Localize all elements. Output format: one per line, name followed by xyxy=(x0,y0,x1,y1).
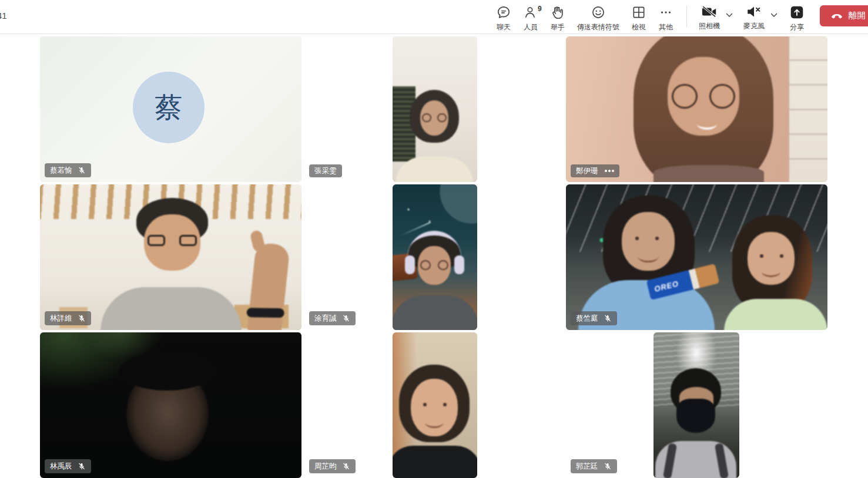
participant-video xyxy=(566,36,827,182)
scene-shape xyxy=(420,100,448,136)
participant-name-pill: 張采雯 xyxy=(309,164,342,178)
participant-tile[interactable]: 林詳維 xyxy=(40,184,301,330)
scene-shape xyxy=(144,214,200,271)
mic-muted-icon xyxy=(342,462,350,470)
leave-label: 離開 xyxy=(849,10,866,21)
raise-hand-label: 舉手 xyxy=(551,22,565,32)
participant-video xyxy=(40,184,301,330)
mic-muted-icon xyxy=(78,166,86,174)
participant-video xyxy=(653,332,739,478)
scene-shape xyxy=(396,157,473,182)
participant-name: 郭芷廷 xyxy=(576,463,598,470)
video-scene xyxy=(40,332,301,478)
participant-tile[interactable]: 周芷昀 xyxy=(304,332,566,478)
participant-video xyxy=(393,184,477,330)
more-dots-icon xyxy=(658,5,673,20)
avatar-backdrop: 蔡 xyxy=(40,36,301,182)
participant-name: 林詳維 xyxy=(50,315,72,322)
mic-muted-icon xyxy=(604,314,612,322)
participant-tile[interactable]: OREO 蔡竺庭 xyxy=(566,184,827,330)
send-emoji-button[interactable]: 傳送表情符號 xyxy=(571,0,625,33)
video-scene: OREO xyxy=(566,184,827,330)
participant-video: OREO xyxy=(566,184,827,330)
view-button[interactable]: 檢視 xyxy=(625,0,652,33)
participant-tile[interactable]: 涂育誠 xyxy=(304,184,566,330)
thumbs-up-shape xyxy=(247,242,290,330)
audio-muted-icon xyxy=(746,5,762,19)
participant-name: 林禹辰 xyxy=(50,463,72,470)
video-scene xyxy=(393,36,477,182)
video-scene xyxy=(653,332,739,478)
participant-count-badge: 9 xyxy=(538,5,542,13)
mic-muted-icon xyxy=(342,314,350,322)
share-screen-icon xyxy=(789,5,805,20)
mic-options-chevron[interactable] xyxy=(765,5,781,19)
participant-tile[interactable]: 鄭伊珊 xyxy=(566,36,827,182)
camera-button[interactable]: 照相機 xyxy=(699,5,720,31)
participant-name-pill: 蔡若愉 xyxy=(45,163,91,177)
participant-name-pill: 蔡竺庭 xyxy=(571,311,617,325)
people-icon xyxy=(523,5,538,20)
participant-name: 蔡竺庭 xyxy=(576,315,598,322)
meeting-topbar: 41 聊天 9 人員 舉手 xyxy=(0,0,868,34)
view-label: 檢視 xyxy=(632,22,646,32)
more-button[interactable]: 其他 xyxy=(652,0,679,33)
emoji-smiley-icon xyxy=(591,5,606,20)
participant-video xyxy=(393,36,477,182)
avatar: 蔡 xyxy=(133,72,205,143)
people-label: 人員 xyxy=(524,22,538,32)
scene-shape xyxy=(393,446,477,478)
participant-tile[interactable]: 蔡 蔡若愉 xyxy=(40,36,301,182)
chat-icon xyxy=(496,5,511,20)
video-scene xyxy=(393,184,477,330)
face-mask-shape xyxy=(676,399,715,433)
avatar-initial: 蔡 xyxy=(155,89,183,126)
people-button[interactable]: 9 人員 xyxy=(517,0,544,33)
participant-name-pill: 郭芷廷 xyxy=(571,459,617,473)
share-label: 分享 xyxy=(790,22,804,32)
camera-label: 照相機 xyxy=(699,21,720,31)
scene-shape xyxy=(119,352,215,391)
video-scene xyxy=(566,36,827,182)
scene-shape xyxy=(622,212,675,271)
participant-name-pill: 林禹辰 xyxy=(45,459,91,473)
camera-options-chevron[interactable] xyxy=(720,5,736,19)
scene-shape xyxy=(100,287,242,330)
meeting-toolbar: 聊天 9 人員 舉手 xyxy=(490,0,868,33)
participant-video xyxy=(40,332,301,478)
mic-label: 麥克風 xyxy=(743,21,765,31)
meeting-timer: 41 xyxy=(0,11,7,21)
toolbar-divider xyxy=(686,5,687,28)
scene-shape xyxy=(748,232,795,285)
video-scene xyxy=(40,184,301,330)
video-scene xyxy=(393,332,477,478)
participant-name: 鄭伊珊 xyxy=(576,167,598,175)
more-options-icon[interactable] xyxy=(605,170,607,172)
share-button[interactable]: 分享 xyxy=(783,0,810,33)
scene-shape xyxy=(724,299,827,330)
scene-shape xyxy=(697,118,717,130)
mic-control: 麥克風 xyxy=(739,0,783,33)
participant-video: 蔡 xyxy=(40,36,301,182)
participant-tile[interactable]: 張采雯 xyxy=(304,36,566,182)
scene-shape xyxy=(411,379,458,436)
participant-video xyxy=(393,332,477,478)
scene-shape xyxy=(653,165,764,182)
more-label: 其他 xyxy=(659,22,673,32)
mic-button[interactable]: 麥克風 xyxy=(743,5,765,31)
participant-tile[interactable]: 林禹辰 xyxy=(40,332,301,478)
camera-off-icon xyxy=(701,5,718,19)
leave-button[interactable]: 離開 xyxy=(820,5,868,26)
send-emoji-label: 傳送表情符號 xyxy=(577,22,619,32)
scene-shape xyxy=(393,295,477,330)
chat-button[interactable]: 聊天 xyxy=(490,0,517,33)
participant-tile[interactable]: 郭芷廷 xyxy=(566,332,827,478)
camera-control: 照相機 xyxy=(694,0,739,33)
raise-hand-icon xyxy=(550,5,565,20)
participant-name-pill: 鄭伊珊 xyxy=(571,164,619,178)
participant-name-pill: 林詳維 xyxy=(45,311,91,325)
meeting-window: 41 聊天 9 人員 舉手 xyxy=(0,0,868,478)
mic-muted-icon xyxy=(78,462,86,470)
participant-name: 張采雯 xyxy=(314,167,337,175)
raise-hand-button[interactable]: 舉手 xyxy=(544,0,571,33)
